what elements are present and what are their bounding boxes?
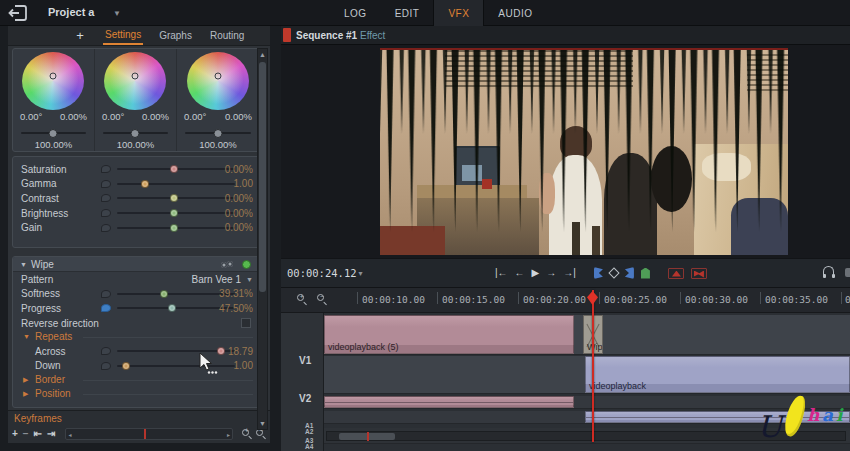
track-label-a4[interactable]: A4	[305, 443, 313, 450]
go-to-start-button[interactable]: |←	[495, 265, 508, 281]
scrollbar-handle[interactable]	[259, 62, 266, 292]
pattern-dropdown[interactable]: Barn Vee 1	[192, 274, 241, 285]
a12-audio-clip[interactable]	[324, 396, 574, 408]
wheel-pointer-handle[interactable]	[50, 73, 57, 80]
tab-log[interactable]: LOG	[330, 0, 381, 26]
wipe-section-header[interactable]: ▼ Wipe	[13, 257, 259, 272]
gain-slider[interactable]	[117, 227, 235, 229]
v2-video-clip[interactable]: videoplayback	[585, 356, 850, 393]
slider-knob[interactable]	[170, 194, 178, 202]
track-label-v2[interactable]: V2	[299, 393, 311, 404]
scroll-down-icon[interactable]: ▼	[258, 418, 267, 429]
down-slider[interactable]	[117, 365, 235, 367]
remove-keyframe-button[interactable]: −	[23, 428, 29, 439]
exit-project-icon[interactable]	[8, 4, 28, 22]
reset-icon[interactable]	[101, 224, 111, 232]
zoom-in-icon[interactable]: +	[242, 429, 252, 439]
mark-cue-icon[interactable]	[608, 267, 619, 278]
slider-knob[interactable]	[141, 180, 149, 188]
track-v2[interactable]: videoplayback	[324, 356, 850, 394]
remove-edit-icon[interactable]	[668, 268, 684, 279]
expand-triangle-icon[interactable]: ▶	[23, 376, 28, 384]
chevron-down-icon[interactable]: ▼	[246, 276, 253, 283]
level-slider[interactable]	[21, 129, 86, 137]
reset-icon-active[interactable]	[101, 304, 111, 312]
prev-keyframe-button[interactable]: ⇤	[34, 428, 42, 439]
reverse-direction-checkbox[interactable]	[241, 318, 251, 328]
reset-icon[interactable]	[101, 194, 111, 202]
softness-slider[interactable]	[117, 293, 235, 295]
track-a3-a4[interactable]	[324, 411, 850, 424]
wheel-pointer-handle[interactable]	[214, 73, 221, 80]
slider-knob[interactable]	[170, 165, 178, 173]
reset-icon[interactable]	[101, 347, 111, 355]
level-slider-knob[interactable]	[49, 129, 58, 138]
scroll-up-icon[interactable]: ▲	[258, 49, 267, 60]
v1-video-clip[interactable]: videoplayback (5)	[324, 315, 574, 354]
timeline-zoom-out-icon[interactable]: −	[317, 294, 327, 304]
border-header[interactable]: ▶ Border	[13, 373, 259, 387]
reset-icon[interactable]	[101, 362, 111, 370]
park-marker-icon[interactable]	[641, 268, 650, 279]
slider-knob[interactable]	[160, 290, 168, 298]
tab-graphs[interactable]: Graphs	[157, 28, 194, 44]
tab-edit[interactable]: EDIT	[381, 0, 434, 26]
saturation-slider[interactable]	[117, 168, 235, 170]
timeline-ruler[interactable]: + − 00:00:10.00 00:00:15.00 00:00:20.00 …	[281, 288, 850, 313]
add-effect-button[interactable]: +	[72, 28, 88, 44]
add-keyframe-button[interactable]: +	[12, 428, 18, 439]
collapse-triangle-icon[interactable]: ▼	[23, 333, 30, 340]
insert-edit-icon[interactable]	[691, 268, 707, 279]
across-slider[interactable]	[117, 350, 235, 352]
timecode-caret-icon[interactable]: ▼	[357, 270, 364, 277]
position-header[interactable]: ▶ Position	[13, 387, 259, 401]
settings-scrollbar[interactable]: ▲ ▼	[257, 48, 268, 430]
color-wheel[interactable]	[104, 52, 166, 110]
contrast-slider[interactable]	[117, 197, 235, 199]
track-label-v1[interactable]: V1	[299, 355, 311, 366]
tab-settings[interactable]: Settings	[103, 27, 143, 45]
slider-knob[interactable]	[170, 224, 178, 232]
slider-knob[interactable]	[168, 304, 176, 312]
reset-icon[interactable]	[101, 209, 111, 217]
zoom-out-icon[interactable]: −	[256, 429, 266, 439]
video-frame[interactable]	[380, 48, 788, 255]
project-menu-caret-icon[interactable]: ▼	[113, 9, 121, 18]
tab-sequence[interactable]: Sequence #1	[296, 30, 357, 41]
collapse-triangle-icon[interactable]: ▼	[20, 261, 27, 268]
progress-slider[interactable]	[117, 307, 235, 309]
tab-routing[interactable]: Routing	[208, 28, 246, 44]
step-forward-button[interactable]: →	[546, 265, 556, 281]
panel-divider[interactable]	[270, 26, 281, 451]
tab-effect[interactable]: Effect	[360, 30, 385, 41]
level-slider-knob[interactable]	[213, 129, 222, 138]
go-to-end-button[interactable]: →|	[563, 265, 576, 281]
timecode-display[interactable]: 00:00:24.12	[287, 267, 357, 279]
color-wheel[interactable]	[187, 52, 249, 110]
track-a1-a2[interactable]	[324, 396, 850, 409]
step-back-button[interactable]: ←	[515, 265, 525, 281]
slider-knob[interactable]	[170, 209, 178, 217]
repeats-header[interactable]: ▼ Repeats	[13, 330, 259, 344]
playhead-line[interactable]	[592, 290, 594, 442]
slider-knob[interactable]	[122, 362, 130, 370]
next-keyframe-button[interactable]: ⇥	[47, 428, 55, 439]
keyframe-current-frame-marker[interactable]	[144, 429, 146, 439]
track-label-a2[interactable]: A2	[305, 428, 313, 435]
mark-out-icon[interactable]	[625, 267, 634, 279]
brightness-slider[interactable]	[117, 212, 235, 214]
tab-vfx[interactable]: VFX	[433, 0, 484, 26]
reset-icon[interactable]	[101, 180, 111, 188]
reset-icon[interactable]	[101, 165, 111, 173]
strip-right-arrow-icon[interactable]: ▸	[227, 431, 230, 438]
gamma-slider[interactable]	[117, 183, 235, 185]
audio-monitor-icon[interactable]	[823, 266, 836, 278]
effect-enabled-toggle[interactable]	[242, 260, 251, 269]
timeline-horizontal-scrollbar[interactable]	[326, 431, 846, 441]
slider-knob[interactable]	[217, 347, 225, 355]
strip-left-arrow-icon[interactable]: ◂	[68, 431, 71, 438]
reset-icon[interactable]	[101, 290, 111, 298]
color-wheel[interactable]	[22, 52, 84, 110]
level-slider[interactable]	[185, 129, 251, 137]
play-button[interactable]: ▶	[532, 265, 540, 281]
